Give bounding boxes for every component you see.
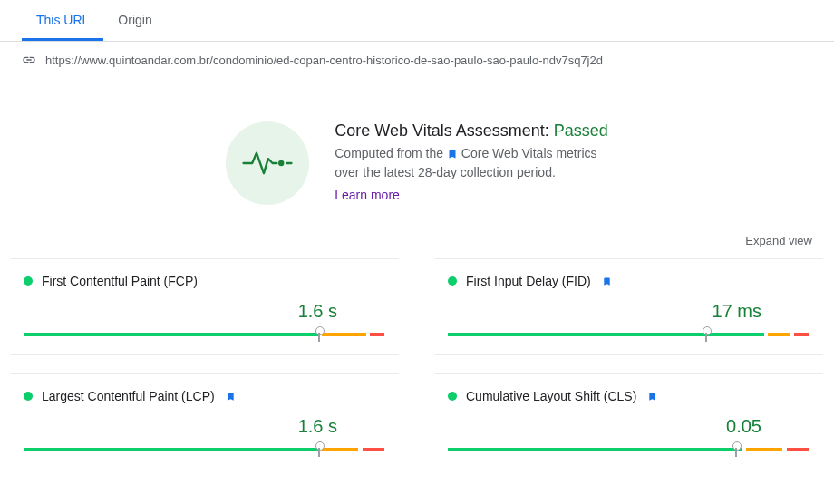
gauge-marker — [705, 327, 707, 342]
metric-value: 17 ms — [448, 301, 816, 322]
metric-card[interactable]: Cumulative Layout Shift (CLS)0.05 — [435, 373, 823, 470]
metric-name: Cumulative Layout Shift (CLS) — [466, 389, 636, 403]
pulse-icon — [226, 121, 309, 205]
url-text: https://www.quintoandar.com.br/condomini… — [45, 53, 603, 67]
status-dot — [24, 276, 33, 286]
svg-point-0 — [278, 160, 284, 166]
link-icon — [22, 53, 36, 67]
learn-more-link[interactable]: Learn more — [335, 188, 400, 202]
gauge-marker — [735, 442, 737, 457]
metric-gauge — [24, 442, 392, 455]
gauge-marker — [318, 442, 320, 457]
metric-gauge — [448, 442, 816, 455]
bookmark-icon — [602, 276, 612, 287]
metric-name: First Input Delay (FID) — [466, 274, 591, 288]
hero-text: Core Web Vitals Assessment: Passed Compu… — [335, 121, 607, 203]
metric-card[interactable]: First Input Delay (FID)17 ms — [435, 258, 823, 355]
status-dot — [24, 392, 33, 401]
metric-value: 0.05 — [448, 416, 816, 437]
tab-this-url[interactable]: This URL — [22, 0, 103, 41]
bookmark-icon — [226, 391, 236, 402]
bookmark-icon — [447, 148, 458, 160]
expand-view-button[interactable]: Expand view — [745, 234, 812, 247]
metric-name: Largest Contentful Paint (LCP) — [42, 389, 215, 403]
metric-value: 1.6 s — [24, 416, 392, 437]
metric-gauge — [448, 327, 816, 340]
assessment-title: Core Web Vitals Assessment: Passed — [335, 121, 607, 141]
hero-section: Core Web Vitals Assessment: Passed Compu… — [0, 78, 834, 227]
metric-value: 1.6 s — [24, 301, 392, 322]
metric-card[interactable]: Largest Contentful Paint (LCP)1.6 s — [11, 373, 399, 470]
metric-gauge — [24, 327, 392, 340]
metric-card[interactable]: First Contentful Paint (FCP)1.6 s — [11, 258, 399, 355]
metrics-grid: First Contentful Paint (FCP)1.6 sFirst I… — [0, 258, 834, 470]
tabs: This URL Origin — [0, 0, 834, 42]
status-dot — [448, 276, 457, 286]
status-dot — [448, 392, 457, 401]
assessment-desc: Computed from the Core Web Vitals metric… — [335, 144, 606, 182]
url-bar: https://www.quintoandar.com.br/condomini… — [0, 42, 834, 78]
bookmark-icon — [647, 391, 657, 402]
tab-origin[interactable]: Origin — [103, 0, 166, 41]
gauge-marker — [318, 327, 320, 342]
metric-name: First Contentful Paint (FCP) — [42, 274, 198, 288]
assessment-status: Passed — [554, 121, 608, 140]
